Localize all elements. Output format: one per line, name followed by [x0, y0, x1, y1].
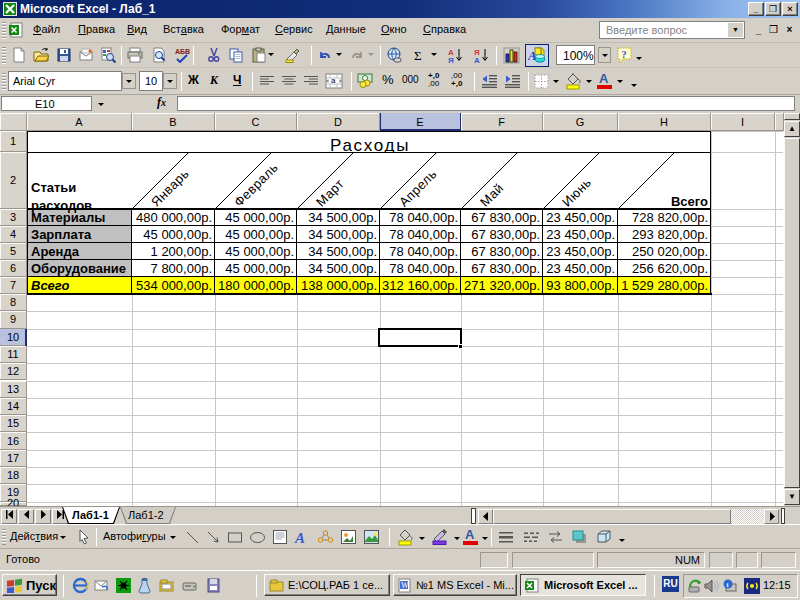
svg-text:i: i — [727, 581, 729, 589]
svg-text:Я: Я — [448, 56, 454, 63]
svg-text:W: W — [401, 581, 409, 590]
svg-text:А: А — [474, 56, 480, 63]
svg-text:a: a — [331, 76, 336, 85]
svg-text:A: A — [294, 530, 305, 545]
svg-text:АБВ: АБВ — [175, 48, 190, 55]
svg-text:Σ: Σ — [414, 48, 422, 63]
svg-text:?: ? — [622, 49, 627, 60]
